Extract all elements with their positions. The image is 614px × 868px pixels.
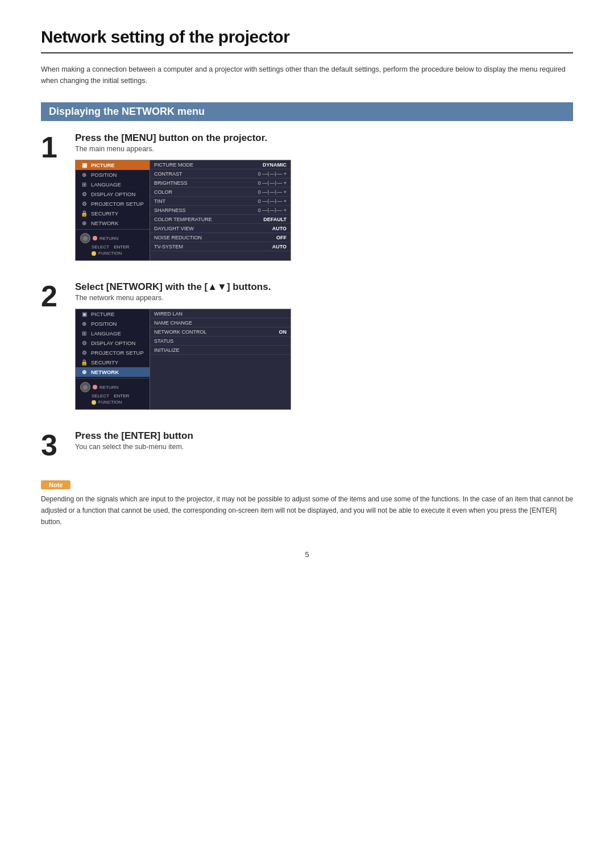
menu1-row-tint: TINT 0 —⟨—⟩— + [150, 197, 291, 206]
step-3-block: 3 Press the [ENTER] button You can selec… [41, 430, 573, 460]
menu2-item-display-option[interactable]: ⚙ DISPLAY OPTION [76, 338, 150, 348]
menu2-row-network-control: NETWORK CONTROL ON [150, 327, 291, 337]
projector-menu-1: ▣ PICTURE ⊕ POSITION ⊞ LANGUAGE ⚙ DISPLA… [75, 160, 291, 261]
display-option-icon: ⚙ [80, 191, 88, 197]
menu1-item-projector-setup[interactable]: ⚙ PROJECTOR SETUP [76, 199, 150, 209]
projector-menu-2: ▣ PICTURE ⊕ POSITION ⊞ LANGUAGE ⚙ DISPLA… [75, 309, 291, 410]
step-2-subtitle: The network menu appears. [75, 294, 573, 302]
title-divider [41, 52, 573, 53]
display-option-icon-2: ⚙ [80, 340, 88, 346]
menu2-controls: ◎ RETURN SELECT ENTER FUNCTION [76, 378, 150, 409]
menu1-left-panel: ▣ PICTURE ⊕ POSITION ⊞ LANGUAGE ⚙ DISPLA… [76, 160, 150, 260]
note-label: Note [41, 480, 70, 489]
return-dot [93, 236, 97, 240]
step-2-title: Select [NETWORK] with the [▲▼] buttons. [75, 281, 573, 293]
menu2-right-panel: WIRED LAN NAME CHANGE NETWORK CONTROL ON… [150, 309, 291, 409]
picture-icon: ▣ [80, 162, 88, 168]
select-label-2: SELECT [92, 393, 109, 398]
enter-label-2: ENTER [114, 393, 129, 398]
menu2-label-security: SECURITY [91, 359, 118, 366]
menu1-row-brightness: BRIGHTNESS 0 —⟨—⟩— + [150, 178, 291, 188]
step-2-number: 2 [41, 281, 66, 311]
network-icon-2: ⊕ [80, 369, 88, 375]
menu1-item-display-option[interactable]: ⚙ DISPLAY OPTION [76, 189, 150, 199]
step-1-content: Press the [MENU] button on the projector… [75, 132, 573, 261]
menu1-item-picture[interactable]: ▣ PICTURE [76, 160, 150, 170]
return-label: RETURN [99, 236, 118, 241]
step-1-number: 1 [41, 132, 66, 162]
step-3-title: Press the [ENTER] button [75, 430, 573, 442]
menu1-row-sharpness: SHARPNESS 0 —⟨—⟩— + [150, 206, 291, 215]
menu2-item-projector-setup[interactable]: ⚙ PROJECTOR SETUP [76, 348, 150, 358]
menu2-label-picture: PICTURE [91, 311, 115, 317]
menu1-row-noise: NOISE REDUCTION OFF [150, 233, 291, 242]
menu1-label-projector-setup: PROJECTOR SETUP [91, 201, 144, 207]
menu1-label-language: LANGUAGE [91, 181, 121, 188]
menu2-item-position[interactable]: ⊕ POSITION [76, 319, 150, 329]
menu1-item-security[interactable]: 🔒 SECURITY [76, 209, 150, 218]
menu2-item-language[interactable]: ⊞ LANGUAGE [76, 329, 150, 338]
position-icon: ⊕ [80, 172, 88, 178]
step-1-title: Press the [MENU] button on the projector… [75, 132, 573, 144]
menu2-row-name-change: NAME CHANGE [150, 318, 291, 327]
step-3-subtitle: You can select the sub-menu item. [75, 443, 573, 451]
menu2-left-panel: ▣ PICTURE ⊕ POSITION ⊞ LANGUAGE ⚙ DISPLA… [76, 309, 150, 409]
language-icon-2: ⊞ [80, 330, 88, 337]
return-dot-2 [93, 385, 97, 389]
menu2-label-display-option: DISPLAY OPTION [91, 340, 135, 346]
menu2-label-projector-setup: PROJECTOR SETUP [91, 350, 144, 356]
menu1-item-network[interactable]: ⊕ NETWORK [76, 218, 150, 228]
note-text: Depending on the signals which are input… [41, 494, 573, 528]
menu1-label-network: NETWORK [91, 220, 119, 226]
security-icon-2: 🔒 [80, 359, 88, 366]
menu2-row-status: STATUS [150, 337, 291, 346]
function-dot-2 [92, 400, 96, 405]
menu1-row-picture-mode: PICTURE MODE DYNAMIC [150, 160, 291, 169]
language-icon: ⊞ [80, 181, 88, 188]
menu2-item-picture[interactable]: ▣ PICTURE [76, 309, 150, 319]
menu1-row-color: COLOR 0 —⟨—⟩— + [150, 188, 291, 197]
menu1-controls: ◎ RETURN SELECT ENTER FUNCTION [76, 229, 150, 260]
select-dial-2: ◎ [80, 382, 90, 392]
menu1-item-position[interactable]: ⊕ POSITION [76, 170, 150, 180]
menu1-row-color-temp: COLOR TEMPERATURE DEFAULT [150, 215, 291, 224]
menu1-label-position: POSITION [91, 172, 117, 178]
step-1-block: 1 Press the [MENU] button on the project… [41, 132, 573, 261]
note-section: Note Depending on the signals which are … [41, 480, 573, 528]
intro-text: When making a connection between a compu… [41, 64, 573, 86]
picture-icon-2: ▣ [80, 311, 88, 317]
security-icon: 🔒 [80, 210, 88, 217]
menu1-label-display-option: DISPLAY OPTION [91, 191, 135, 197]
step-1-subtitle: The main menu appears. [75, 145, 573, 153]
menu1-row-contrast: CONTRAST 0 —⟨—⟩— + [150, 169, 291, 178]
menu2-label-language: LANGUAGE [91, 330, 121, 337]
menu1-label-security: SECURITY [91, 210, 118, 217]
network-icon: ⊕ [80, 220, 88, 226]
menu2-label-position: POSITION [91, 321, 117, 327]
step-3-content: Press the [ENTER] button You can select … [75, 430, 573, 458]
page-number: 5 [41, 550, 573, 559]
menu1-row-daylight: DAYLIGHT VIEW AUTO [150, 224, 291, 233]
return-label-2: RETURN [99, 385, 118, 390]
projector-setup-icon-2: ⚙ [80, 350, 88, 356]
step-3-number: 3 [41, 430, 66, 460]
projector-setup-icon: ⚙ [80, 201, 88, 207]
menu1-row-tv-system: TV-SYSTEM AUTO [150, 242, 291, 251]
step-2-content: Select [NETWORK] with the [▲▼] buttons. … [75, 281, 573, 410]
select-label: SELECT [92, 244, 109, 250]
menu2-label-network: NETWORK [91, 369, 119, 375]
function-dot [92, 251, 96, 256]
section-header: Displaying the NETWORK menu [41, 102, 573, 121]
enter-label: ENTER [114, 244, 129, 250]
function-label-2: FUNCTION [98, 400, 122, 405]
menu2-item-security[interactable]: 🔒 SECURITY [76, 358, 150, 367]
menu2-row-wired-lan: WIRED LAN [150, 309, 291, 318]
menu1-item-language[interactable]: ⊞ LANGUAGE [76, 180, 150, 189]
step-2-block: 2 Select [NETWORK] with the [▲▼] buttons… [41, 281, 573, 410]
menu2-item-network[interactable]: ⊕ NETWORK [76, 367, 150, 377]
menu1-right-panel: PICTURE MODE DYNAMIC CONTRAST 0 —⟨—⟩— + … [150, 160, 291, 260]
select-dial: ◎ [80, 233, 90, 243]
page-title: Network setting of the projector [41, 27, 573, 47]
menu1-label-picture: PICTURE [91, 162, 115, 168]
function-label: FUNCTION [98, 251, 122, 256]
